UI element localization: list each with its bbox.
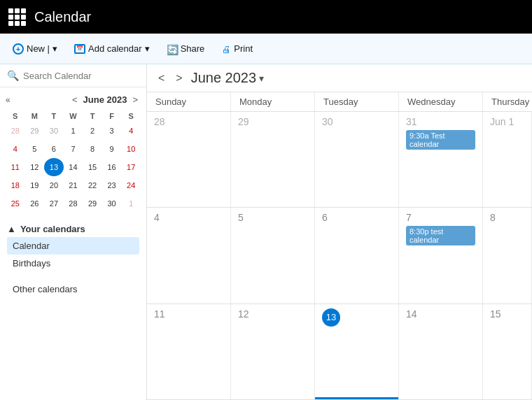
search-bar: 🔍 bbox=[0, 64, 146, 87]
date-number: 5 bbox=[238, 212, 307, 223]
mini-cal-day[interactable]: 2 bbox=[83, 122, 102, 140]
mini-cal-day[interactable]: 4 bbox=[6, 140, 25, 158]
week-cell[interactable]: 78:30p test calendar bbox=[399, 208, 483, 303]
week-cell[interactable]: 30 bbox=[315, 112, 399, 207]
calendar-item-birthdays[interactable]: Birthdays bbox=[7, 255, 139, 272]
sidebar: 🔍 « < June 2023 > S M T W bbox=[0, 64, 147, 400]
calendar-event[interactable]: 9:30a Test calendar bbox=[406, 130, 475, 150]
other-calendars-section: Other calendars bbox=[0, 276, 146, 302]
date-number: 8 bbox=[490, 212, 524, 223]
mini-cal-day[interactable]: 15 bbox=[83, 158, 102, 176]
mini-cal-next-month[interactable]: > bbox=[130, 93, 141, 106]
week-cell[interactable]: 28 bbox=[147, 112, 231, 207]
calendar-item-calendar[interactable]: Calendar bbox=[7, 237, 139, 255]
your-calendars-chevron: ▲ bbox=[7, 224, 16, 234]
cal-month-year[interactable]: June 2023 ▾ bbox=[191, 70, 264, 86]
mini-cal-day[interactable]: 5 bbox=[25, 140, 45, 158]
mini-cal-day[interactable]: 1 bbox=[64, 122, 83, 140]
mini-cal-day[interactable]: 10 bbox=[121, 140, 141, 158]
cal-content: < > June 2023 ▾ Sunday Monday Tuesday We… bbox=[147, 64, 532, 400]
mini-cal-day[interactable]: 11 bbox=[6, 158, 25, 176]
date-number: 12 bbox=[238, 308, 307, 320]
mini-cal-day[interactable]: 28 bbox=[6, 122, 25, 140]
week-cell[interactable]: 5 bbox=[231, 208, 315, 303]
date-number: 28 bbox=[154, 116, 223, 127]
week-cell[interactable]: 6 bbox=[315, 208, 399, 303]
week-cell[interactable]: 8 bbox=[483, 208, 532, 303]
week-cell[interactable]: 15 bbox=[483, 304, 532, 399]
mini-cal-day[interactable]: 29 bbox=[25, 122, 45, 140]
new-icon: + bbox=[13, 43, 24, 55]
mini-cal-day[interactable]: 13 bbox=[44, 158, 64, 176]
week-row: 45678:30p test calendar8 bbox=[147, 208, 532, 303]
calendar-event[interactable]: 8:30p test calendar bbox=[406, 226, 475, 245]
date-number: 7 bbox=[406, 212, 475, 223]
mini-cal-day[interactable]: 4 bbox=[121, 122, 141, 140]
mini-cal-day[interactable]: 14 bbox=[64, 158, 83, 176]
cal-prev-month[interactable]: < bbox=[155, 71, 167, 86]
mini-cal-day[interactable]: 30 bbox=[44, 122, 64, 140]
week-cell[interactable]: 319:30a Test calendar bbox=[399, 112, 483, 207]
mini-cal-day[interactable]: 23 bbox=[102, 176, 122, 194]
birthdays-label: Birthdays bbox=[13, 258, 50, 269]
week-cell[interactable]: 4 bbox=[147, 208, 231, 303]
print-button[interactable]: 🖨 Print bbox=[214, 40, 260, 57]
week-rows: 282930319:30a Test calendarJun 145678:30… bbox=[147, 112, 532, 400]
week-cell[interactable]: 12 bbox=[231, 304, 315, 399]
week-cell[interactable]: 29 bbox=[231, 112, 315, 207]
mini-cal-prev-month[interactable]: < bbox=[69, 93, 80, 106]
mini-cal-day[interactable]: 12 bbox=[25, 158, 45, 176]
print-label: Print bbox=[234, 43, 253, 54]
mini-cal-day[interactable]: 16 bbox=[102, 158, 122, 176]
mini-cal-day[interactable]: 6 bbox=[44, 140, 64, 158]
week-cell[interactable]: 14 bbox=[399, 304, 483, 399]
date-number: 29 bbox=[238, 116, 307, 127]
mini-cal-day[interactable]: 19 bbox=[25, 176, 45, 194]
mini-cal-prev-year[interactable]: « bbox=[6, 95, 10, 105]
mini-cal-day[interactable]: 3 bbox=[102, 122, 122, 140]
week-cell[interactable]: Jun 1 bbox=[483, 112, 532, 207]
mini-cal-day[interactable]: 18 bbox=[6, 176, 25, 194]
mini-nav-row: < June 2023 > bbox=[69, 92, 141, 108]
mini-cal-day[interactable]: 1 bbox=[121, 194, 141, 213]
mini-cal-day[interactable]: 29 bbox=[83, 194, 102, 213]
mini-cal-day[interactable]: 26 bbox=[25, 194, 45, 213]
month-year-chevron: ▾ bbox=[259, 73, 264, 84]
your-calendars-header[interactable]: ▲ Your calendars bbox=[7, 221, 139, 237]
add-cal-dropdown-icon[interactable]: ▾ bbox=[145, 43, 150, 54]
week-cell[interactable]: 11 bbox=[147, 304, 231, 399]
mini-cal-day[interactable]: 27 bbox=[44, 194, 64, 213]
mini-cal-day[interactable]: 30 bbox=[102, 194, 122, 213]
add-calendar-button[interactable]: 📅 Add calendar ▾ bbox=[67, 40, 157, 57]
mini-cal-day[interactable]: 8 bbox=[83, 140, 102, 158]
mini-cal-day[interactable]: 24 bbox=[121, 176, 141, 194]
cal-next-month[interactable]: > bbox=[173, 71, 185, 86]
new-button[interactable]: + New | ▾ bbox=[6, 40, 64, 58]
your-calendars-label: Your calendars bbox=[20, 224, 85, 234]
week-cell[interactable]: 13 bbox=[315, 304, 399, 399]
date-number: 15 bbox=[490, 308, 524, 320]
search-icon: 🔍 bbox=[7, 70, 19, 81]
mini-cal-day[interactable]: 21 bbox=[64, 176, 83, 194]
mini-col-wed: W bbox=[64, 110, 83, 122]
apps-icon[interactable] bbox=[8, 8, 26, 26]
share-icon: 🔄 bbox=[167, 44, 178, 54]
mini-cal-day[interactable]: 22 bbox=[83, 176, 102, 194]
mini-col-mon: M bbox=[25, 110, 45, 122]
mini-cal-day[interactable]: 28 bbox=[64, 194, 83, 213]
mini-cal-day[interactable]: 25 bbox=[6, 194, 25, 213]
other-calendars-label[interactable]: Other calendars bbox=[7, 280, 139, 298]
search-input[interactable] bbox=[23, 71, 139, 81]
share-button[interactable]: 🔄 Share bbox=[160, 40, 212, 57]
date-number: Jun 1 bbox=[490, 116, 524, 127]
cal-nav: < > June 2023 ▾ bbox=[147, 64, 532, 92]
date-number: 13 bbox=[322, 308, 340, 327]
mini-cal-day[interactable]: 17 bbox=[121, 158, 141, 176]
mini-col-tue: T bbox=[44, 110, 64, 122]
mini-cal-day[interactable]: 9 bbox=[102, 140, 122, 158]
mini-cal-day[interactable]: 20 bbox=[44, 176, 64, 194]
new-dropdown-icon[interactable]: ▾ bbox=[52, 43, 57, 54]
mini-col-thu: T bbox=[83, 110, 102, 122]
main-layout: 🔍 « < June 2023 > S M T W bbox=[0, 64, 532, 400]
mini-cal-day[interactable]: 7 bbox=[64, 140, 83, 158]
